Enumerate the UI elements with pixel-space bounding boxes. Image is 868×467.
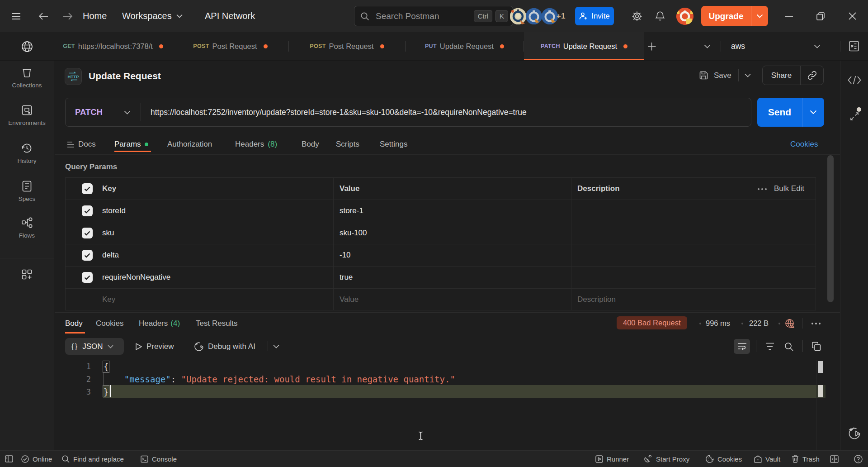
sidebar-configure-tools-button[interactable] <box>0 268 54 281</box>
forward-arrow-icon[interactable] <box>63 0 73 32</box>
notifications-bell-icon[interactable] <box>655 0 665 32</box>
response-time[interactable]: 996 ms <box>706 313 730 334</box>
response-tab-body[interactable]: Body <box>65 313 83 334</box>
debug-with-ai-button[interactable]: Debug with AI <box>194 338 255 355</box>
param-value[interactable]: true <box>340 267 353 288</box>
postbot-icon[interactable] <box>840 426 868 441</box>
search-input[interactable]: Search Postman Ctrl K <box>354 6 513 26</box>
invite-button[interactable]: Invite <box>575 7 614 25</box>
copy-link-icon[interactable] <box>801 71 823 80</box>
select-all-checkbox[interactable] <box>82 183 93 194</box>
back-arrow-icon[interactable] <box>38 0 48 32</box>
tab-put-request[interactable]: PUT Update Request <box>406 32 524 60</box>
vault-button[interactable]: Vault <box>754 451 780 467</box>
param-key[interactable]: storeId <box>102 200 126 222</box>
upgrade-label[interactable]: Upgrade <box>701 6 751 26</box>
tab-body[interactable]: Body <box>302 134 319 155</box>
trash-button[interactable]: Trash <box>792 451 820 467</box>
param-value-placeholder[interactable]: Value <box>340 289 359 310</box>
param-value[interactable]: -10 <box>340 244 351 266</box>
sidebar-item-environments[interactable]: Environments <box>0 104 54 126</box>
environment-selector[interactable]: aws <box>725 32 827 60</box>
connection-status[interactable]: Online <box>21 451 52 467</box>
response-body-editor[interactable]: 1 { 2 "message": "Update rejected: would… <box>55 360 840 451</box>
collaborator-overflow-badge[interactable]: +1 <box>557 0 565 32</box>
sidebar-item-history[interactable]: History <box>0 142 54 164</box>
console-button[interactable]: Console <box>141 451 177 467</box>
nav-api-network[interactable]: API Network <box>205 0 255 32</box>
param-value[interactable]: store-1 <box>340 200 363 222</box>
tab-docs[interactable]: Docs <box>67 134 96 155</box>
code-snippet-icon[interactable] <box>840 75 868 85</box>
two-pane-view-icon[interactable] <box>830 451 839 467</box>
runner-button[interactable]: Runner <box>595 451 629 467</box>
settings-gear-icon[interactable] <box>632 0 642 32</box>
param-value[interactable]: sku-100 <box>340 222 367 244</box>
start-proxy-button[interactable]: Start Proxy <box>644 451 689 467</box>
response-tab-headers[interactable]: Headers (4) <box>139 313 180 334</box>
resize-pane-icon[interactable] <box>840 110 868 122</box>
filter-icon[interactable] <box>762 339 778 354</box>
response-size[interactable]: 222 B <box>749 313 769 334</box>
sidebar-item-flows[interactable]: Flows <box>0 216 54 239</box>
profile-avatar[interactable] <box>676 8 693 25</box>
param-checkbox[interactable] <box>82 272 93 283</box>
params-more-options-icon[interactable] <box>758 188 767 190</box>
tab-scripts[interactable]: Scripts <box>336 134 359 155</box>
cookies-link[interactable]: Cookies <box>790 134 818 155</box>
send-options-dropdown[interactable] <box>802 98 824 127</box>
new-tab-button[interactable] <box>646 32 657 60</box>
nav-home[interactable]: Home <box>83 0 107 32</box>
response-tab-test-results[interactable]: Test Results <box>196 313 238 334</box>
send-button[interactable]: Send <box>757 98 824 127</box>
param-key[interactable]: sku <box>102 222 114 244</box>
tab-patch-request-active[interactable]: PATCH Update Request <box>524 32 644 60</box>
param-key[interactable]: requireNonNegative <box>102 267 170 288</box>
bulk-edit-button[interactable]: Bulk Edit <box>774 178 804 200</box>
window-minimize-button[interactable] <box>775 0 802 32</box>
tab-headers[interactable]: Headers (8) <box>235 134 277 155</box>
request-pane-scrollbar[interactable] <box>827 155 834 302</box>
param-key[interactable]: delta <box>102 244 119 266</box>
tab-settings[interactable]: Settings <box>380 134 407 155</box>
window-restore-button[interactable] <box>807 0 834 32</box>
param-checkbox[interactable] <box>82 250 93 261</box>
tab-post-request-2[interactable]: POST Post Request <box>289 32 405 60</box>
environment-quick-look-icon[interactable] <box>845 32 863 60</box>
main-menu-icon[interactable] <box>12 0 21 32</box>
collaborator-avatar-1[interactable] <box>510 8 526 24</box>
wrap-text-button[interactable] <box>734 339 750 354</box>
response-status-badge[interactable]: 400 Bad Request <box>617 316 687 329</box>
url-input[interactable]: https://localhost:7252/inventory/update?… <box>151 108 527 117</box>
response-more-options-icon[interactable] <box>811 323 821 324</box>
param-checkbox[interactable] <box>82 228 93 238</box>
param-description-placeholder[interactable]: Description <box>577 289 616 310</box>
collaborator-avatar-3[interactable] <box>542 8 558 24</box>
tab-post-request-1[interactable]: POST Post Request <box>172 32 288 60</box>
open-tabs-dropdown[interactable] <box>701 32 713 60</box>
toggle-sidebar-icon[interactable] <box>5 451 13 467</box>
share-button[interactable]: Share <box>762 66 824 85</box>
param-checkbox[interactable] <box>82 205 93 216</box>
upgrade-dropdown[interactable] <box>751 6 768 26</box>
find-and-replace-button[interactable]: Find and replace <box>62 451 124 467</box>
sidebar-item-collections[interactable]: Collections <box>0 67 54 89</box>
response-format-dropdown[interactable]: { } JSON <box>65 338 124 355</box>
tab-authorization[interactable]: Authorization <box>167 134 212 155</box>
window-close-button[interactable] <box>839 0 866 32</box>
collaborator-avatar-2[interactable] <box>526 8 542 24</box>
tab-get-request[interactable]: GET https://localhost:7378/t <box>54 32 172 60</box>
upgrade-button[interactable]: Upgrade <box>701 6 768 26</box>
nav-workspaces[interactable]: Workspaces <box>122 0 183 32</box>
save-button[interactable]: Save <box>699 66 751 85</box>
cookies-button[interactable]: Cookies <box>706 451 742 467</box>
search-response-icon[interactable] <box>781 339 797 354</box>
network-info-icon[interactable] <box>784 313 795 334</box>
sidebar-item-specs[interactable]: Specs <box>0 180 54 202</box>
response-actions-dropdown[interactable] <box>273 338 279 355</box>
param-key-placeholder[interactable]: Key <box>102 289 115 310</box>
method-selector[interactable]: PATCH <box>75 107 103 117</box>
response-tab-cookies[interactable]: Cookies <box>96 313 123 334</box>
preview-button[interactable]: Preview <box>135 338 174 355</box>
help-icon[interactable] <box>854 451 863 467</box>
